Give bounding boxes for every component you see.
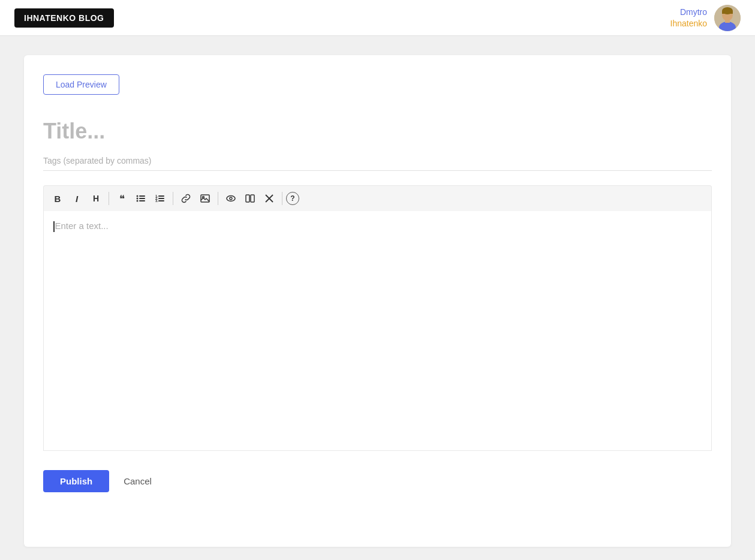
load-preview-button[interactable]: Load Preview	[43, 74, 119, 95]
editor-placeholder: Enter a text...	[55, 221, 109, 231]
editor-body[interactable]: Enter a text...	[43, 211, 712, 451]
svg-rect-9	[139, 198, 145, 199]
columns-button[interactable]	[241, 189, 259, 207]
svg-point-6	[137, 195, 139, 197]
columns-icon	[245, 194, 255, 203]
preview-button[interactable]	[222, 189, 240, 207]
svg-rect-5	[725, 19, 730, 23]
user-first-name: Dmytro	[670, 7, 708, 17]
bottom-actions: Publish Cancel	[43, 470, 712, 492]
ordered-list-button[interactable]: 1. 2. 3.	[151, 189, 169, 207]
svg-rect-17	[158, 200, 164, 201]
bold-button[interactable]: B	[49, 189, 67, 207]
svg-rect-23	[251, 195, 254, 202]
svg-point-8	[137, 198, 139, 200]
avatar-image	[714, 5, 741, 31]
remove-format-icon	[264, 194, 274, 203]
svg-rect-22	[246, 195, 249, 202]
user-info: Dmytro Ihnatenko	[670, 5, 741, 31]
quote-button[interactable]: ❝	[113, 189, 131, 207]
publish-button[interactable]: Publish	[43, 470, 109, 492]
user-last-name: Ihnatenko	[670, 18, 708, 29]
cancel-button[interactable]: Cancel	[119, 470, 157, 492]
remove-format-button[interactable]	[260, 189, 278, 207]
italic-button[interactable]: I	[68, 189, 86, 207]
editor-toolbar: B I H ❝ 1. 2. 3.	[43, 185, 712, 211]
svg-rect-15	[158, 198, 164, 199]
image-icon	[200, 194, 210, 203]
image-button[interactable]	[196, 189, 214, 207]
title-input[interactable]	[43, 119, 712, 144]
svg-point-21	[230, 197, 232, 200]
toolbar-separator-4	[282, 192, 282, 205]
svg-rect-3	[722, 11, 733, 14]
editor-card: Load Preview B I H ❝ 1.	[24, 55, 731, 547]
unordered-list-icon	[136, 194, 146, 203]
tags-input[interactable]	[43, 153, 712, 171]
link-button[interactable]	[177, 189, 195, 207]
unordered-list-button[interactable]	[132, 189, 150, 207]
help-button[interactable]: ?	[286, 192, 299, 205]
header: IHNATENKO BLOG Dmytro Ihnatenko	[0, 0, 755, 36]
svg-rect-13	[158, 195, 164, 197]
user-name-block: Dmytro Ihnatenko	[670, 7, 708, 28]
avatar	[714, 5, 741, 31]
preview-icon	[226, 194, 236, 203]
toolbar-separator-1	[109, 192, 109, 205]
main-content: Load Preview B I H ❝ 1.	[0, 36, 755, 560]
toolbar-separator-2	[173, 192, 173, 205]
logo[interactable]: IHNATENKO BLOG	[14, 8, 114, 28]
link-icon	[181, 194, 191, 203]
ordered-list-icon: 1. 2. 3.	[155, 194, 165, 203]
svg-point-20	[227, 196, 235, 201]
svg-rect-7	[139, 195, 145, 197]
svg-text:3.: 3.	[155, 199, 158, 203]
toolbar-separator-3	[218, 192, 218, 205]
svg-rect-11	[139, 200, 145, 201]
svg-point-10	[137, 200, 139, 202]
text-cursor	[53, 221, 55, 232]
heading-button[interactable]: H	[87, 189, 105, 207]
